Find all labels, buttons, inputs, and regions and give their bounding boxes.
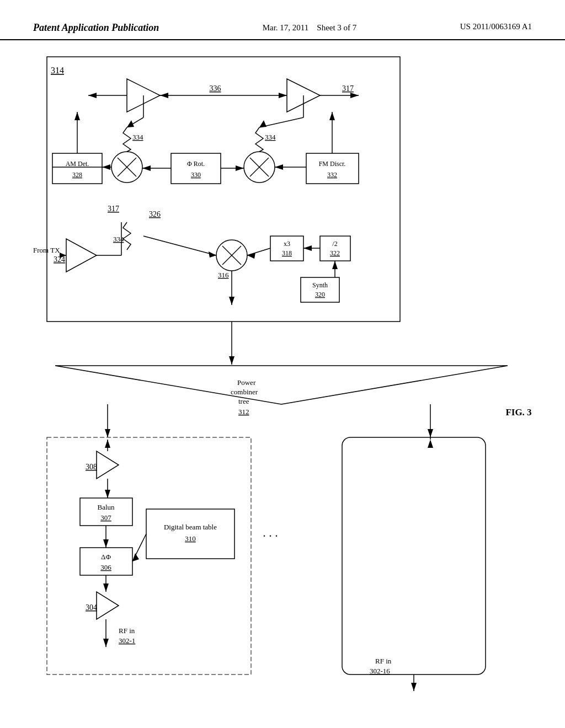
pub-number: US 2011/0063169 A1 — [460, 22, 532, 31]
label-308: 308 — [86, 463, 97, 471]
label-336: 336 — [210, 84, 221, 93]
svg-marker-41 — [247, 253, 255, 259]
box-phi-rot — [171, 153, 221, 184]
svg-marker-57 — [105, 490, 110, 498]
label-316: 316 — [218, 271, 229, 279]
svg-marker-61 — [132, 553, 139, 561]
box-fm-discr — [306, 153, 359, 184]
svg-marker-25 — [236, 165, 244, 171]
label-rf-in-16: RF in — [375, 657, 392, 665]
label-fm-discr: FM Discr. — [319, 160, 346, 168]
label-314: 314 — [51, 66, 64, 75]
label-from-tx: From TX — [33, 246, 60, 254]
label-328: 328 — [72, 171, 82, 179]
power-combiner-triangle — [55, 366, 508, 404]
svg-marker-45 — [332, 261, 338, 269]
label-307: 307 — [100, 513, 111, 522]
svg-marker-19 — [275, 164, 283, 170]
svg-marker-2 — [160, 93, 168, 98]
triangle-324 — [66, 239, 97, 272]
svg-marker-43 — [303, 245, 312, 251]
svg-line-38 — [143, 236, 216, 255]
label-digital-beam: Digital beam table — [164, 523, 217, 531]
box-digital-beam — [146, 509, 234, 559]
label-302-1: 302-1 — [119, 636, 135, 645]
label-334-right: 334 — [265, 133, 276, 141]
svg-marker-69 — [411, 683, 417, 691]
label-phi-rot: Φ Rot. — [187, 160, 205, 168]
label-balun: Balun — [97, 503, 115, 511]
label-320: 320 — [315, 291, 325, 298]
svg-marker-51 — [105, 429, 110, 437]
page-header: Patent Application Publication Mar. 17, … — [0, 0, 565, 40]
triangle-308 — [97, 451, 119, 479]
label-317-top: 317 — [342, 84, 354, 93]
label-317-mid: 317 — [108, 205, 119, 213]
svg-marker-63 — [103, 584, 109, 592]
svg-marker-13 — [102, 164, 110, 170]
label-332: 332 — [327, 171, 337, 179]
sheet-info: Sheet 3 of 7 — [317, 23, 356, 32]
box-left-bottom — [47, 437, 251, 675]
label-delta-phi: ΔΦ — [101, 553, 111, 561]
label-334-lower: 334 — [113, 235, 124, 243]
pub-date: Mar. 17, 2011 — [263, 23, 309, 32]
diagram-area: 314 336 317 AM Det. 328 — [0, 40, 565, 713]
svg-marker-23 — [142, 165, 151, 171]
svg-marker-47 — [229, 297, 234, 305]
label-rf-in-1: RF in — [119, 627, 135, 635]
hybrid-lower — [123, 222, 131, 250]
label-318: 318 — [282, 249, 292, 257]
label-322: 322 — [330, 249, 340, 257]
label-334-left: 334 — [132, 133, 143, 141]
svg-marker-55 — [105, 440, 110, 448]
svg-marker-21 — [329, 112, 335, 120]
fig-label: FIG. 3 — [505, 407, 531, 417]
svg-marker-53 — [428, 429, 433, 437]
label-power-combiner: Power — [237, 378, 256, 387]
svg-rect-0 — [47, 57, 400, 322]
date-sheet: Mar. 17, 2011 Sheet 3 of 7 — [263, 22, 357, 34]
svg-marker-31 — [259, 120, 266, 127]
svg-marker-67 — [428, 440, 433, 448]
svg-marker-3 — [279, 93, 287, 98]
hybrid-left — [123, 127, 131, 152]
ellipsis: . . . — [263, 526, 278, 539]
label-div2: /2 — [332, 240, 337, 248]
hybrid-right — [255, 127, 263, 152]
label-324: 324 — [54, 255, 65, 264]
svg-marker-65 — [103, 639, 109, 647]
diagram-svg: 314 336 317 AM Det. 328 — [0, 40, 565, 713]
label-synth: Synth — [312, 281, 328, 289]
box-right-bottom — [342, 437, 486, 675]
label-tree: tree — [238, 397, 249, 405]
box-am-det — [52, 153, 102, 184]
label-am-det: AM Det. — [66, 160, 89, 168]
label-330: 330 — [191, 171, 201, 179]
label-310: 310 — [185, 534, 196, 543]
svg-marker-59 — [103, 539, 109, 548]
svg-marker-17 — [74, 112, 80, 120]
label-312: 312 — [238, 408, 249, 416]
label-304: 304 — [86, 603, 97, 612]
label-combiner: combiner — [231, 388, 258, 396]
svg-marker-39 — [209, 251, 216, 258]
label-306: 306 — [100, 563, 111, 571]
svg-marker-49 — [229, 356, 234, 365]
label-326: 326 — [149, 210, 161, 218]
svg-marker-5 — [88, 93, 97, 98]
triangle-304 — [97, 592, 119, 619]
label-302-16: 302-16 — [370, 667, 390, 675]
svg-marker-7 — [350, 93, 359, 98]
label-x3: x3 — [284, 240, 290, 248]
publication-title: Patent Application Publication — [33, 22, 159, 34]
